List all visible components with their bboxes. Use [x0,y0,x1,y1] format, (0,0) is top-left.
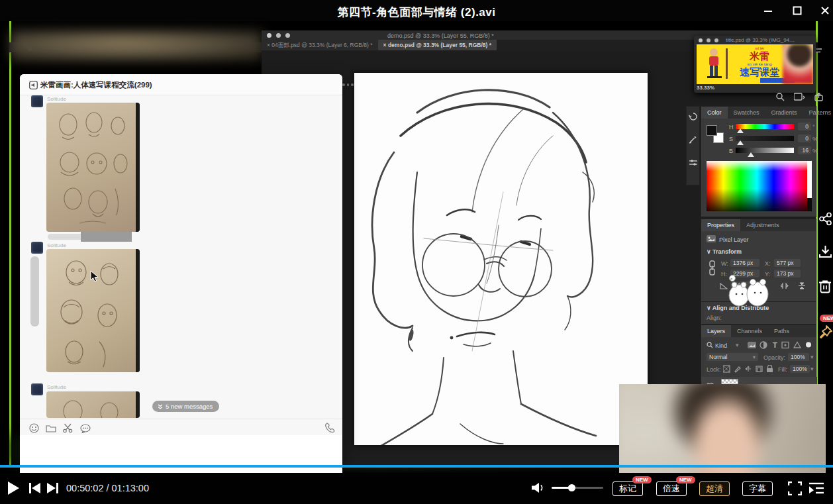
ps-search-icon[interactable] [776,93,785,101]
float-zoom-icon[interactable] [714,38,718,42]
ps-collapsed-panels [686,106,700,185]
hue-slider[interactable] [736,124,794,129]
saturation-slider[interactable] [736,136,794,141]
tab-channels[interactable]: Channels [731,325,768,337]
message-image-3[interactable] [46,391,140,418]
history-brush-icon[interactable] [689,112,698,121]
chat-more-icon[interactable] [342,83,354,86]
avatar[interactable] [31,95,43,107]
share-document-icon[interactable] [814,93,823,101]
volume-icon[interactable] [532,482,545,493]
tab-swatches[interactable]: Swatches [728,107,765,119]
brightness-slider-thumb[interactable] [748,152,754,157]
hue-unit: ° [812,124,815,130]
lock-icons[interactable] [723,365,773,373]
folder-icon[interactable] [46,424,56,432]
arrange-documents-icon[interactable] [794,93,805,101]
subtitle-button[interactable]: 字幕 [742,481,773,496]
layer-type-label: Pixel Layer [719,236,749,243]
message-history-icon[interactable] [80,424,91,433]
layer-filter-kind[interactable]: Kind [715,342,727,349]
emoji-icon[interactable] [29,423,39,433]
flip-horizontal-icon[interactable] [781,282,790,289]
quality-button[interactable]: 超清 [699,481,730,496]
screenshot-scissors-icon[interactable] [63,423,73,433]
tab-gradients[interactable]: Gradients [765,107,803,119]
share-icon[interactable] [818,212,832,226]
flip-vertical-icon[interactable] [798,282,806,289]
color-spectrum[interactable] [707,161,807,211]
fill-dropdown-icon[interactable]: ▾ [810,366,814,372]
kind-dropdown-icon[interactable]: ▾ [736,342,739,348]
sliders-icon[interactable] [689,158,698,168]
hue-slider-thumb[interactable] [737,128,744,133]
tab-patterns[interactable]: Patterns [803,107,833,119]
ps-close-icon[interactable] [267,33,271,38]
ps-tab-active[interactable]: × demo.psd @ 33.3% (Layer 55, RGB/8) * [378,40,497,50]
seek-bar[interactable] [0,465,833,468]
layer-filter-icons[interactable]: T [748,341,814,349]
eyedropper-icon[interactable] [689,134,698,144]
volume-slider-thumb[interactable] [568,484,575,491]
next-button[interactable] [46,483,58,493]
y-value[interactable]: 173 px [774,270,801,277]
ps-zoom-icon[interactable] [285,33,290,38]
x-label: X: [765,260,771,267]
mark-button[interactable]: 标记 [612,481,643,496]
brightness-slider[interactable] [736,148,794,153]
maximize-icon[interactable] [792,5,803,16]
foreground-color-swatch[interactable] [707,125,717,136]
notification-center-icon[interactable] [815,48,822,54]
tab-paths[interactable]: Paths [768,325,795,337]
double-chevron-down-icon [158,404,163,409]
properties-panel-tabs: Properties Adjustments [701,219,816,231]
spectrum-white-column[interactable] [807,161,812,198]
tab-layers[interactable]: Layers [701,325,731,337]
ps-minimize-icon[interactable] [276,33,281,38]
blend-mode-select[interactable]: Normal ▾ [707,353,758,361]
brightness-value[interactable]: 16 [798,146,811,154]
message-image-2[interactable] [46,249,140,372]
ps-options-icons [776,93,823,101]
play-button[interactable] [7,481,20,495]
link-dimensions-icon[interactable] [708,260,716,276]
voice-call-icon[interactable] [324,423,336,433]
video-frame[interactable]: WeChat File Edit View Window Help 100% U… [0,21,833,473]
float-minimize-icon[interactable] [707,38,710,42]
tab-color[interactable]: Color [701,107,728,119]
avatar[interactable] [31,242,43,254]
speed-button[interactable]: 倍速 [656,481,687,496]
sender-name: Solitude [47,242,66,248]
tab-properties[interactable]: Properties [701,219,740,231]
opacity-value[interactable]: 100% [788,353,809,361]
minimize-icon[interactable] [763,5,773,16]
pin-icon[interactable] [818,325,833,340]
float-close-icon[interactable] [699,38,703,42]
message-image-1[interactable] [46,103,140,232]
trash-icon[interactable] [818,279,832,294]
mute-icon [29,81,38,89]
ps-tab-inactive[interactable]: × 04面部.psd @ 33.3% (Layer 6, RGB/8) * [262,40,378,50]
fullscreen-icon[interactable] [788,481,802,495]
download-icon[interactable] [818,245,832,259]
previous-button[interactable] [29,483,41,493]
close-icon[interactable] [820,5,830,16]
saturation-slider-thumb[interactable] [737,140,744,145]
playlist-icon[interactable] [809,482,824,494]
ps-canvas[interactable] [354,73,648,445]
layers-panel-tabs: Layers Channels Paths [701,325,816,337]
saturation-value[interactable]: 0 [798,134,811,142]
ps-float-window: title.psd @ 33.3% (IMG_94… mǐ léi 米雷 sù … [694,36,816,93]
avatar[interactable] [31,383,43,395]
spectrum-black-column[interactable] [807,198,812,211]
new-messages-button[interactable]: 5 new messages [152,401,219,412]
opacity-dropdown-icon[interactable]: ▾ [810,354,814,360]
pixel-layer-icon [707,235,716,243]
tab-adjustments[interactable]: Adjustments [740,219,785,231]
fill-value[interactable]: 100% [790,365,810,373]
hue-value[interactable]: 0 [798,123,811,130]
x-value[interactable]: 577 px [774,259,801,267]
width-value[interactable]: 1376 px [730,259,760,267]
chat-scrollbar[interactable] [30,256,39,327]
transform-section-header[interactable]: ∨ Transform [707,248,742,255]
